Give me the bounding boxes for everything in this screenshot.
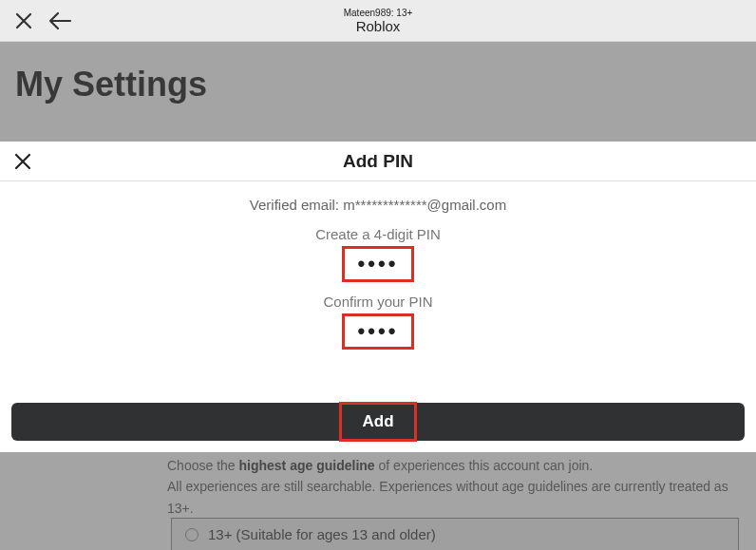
add-button[interactable]: Add xyxy=(11,403,745,441)
app-name-label: Roblox xyxy=(344,18,413,34)
modal-header: Add PIN xyxy=(0,142,756,181)
modal-title: Add PIN xyxy=(0,151,756,172)
add-pin-modal: Add PIN Verified email: m*************@g… xyxy=(0,142,756,452)
create-pin-input[interactable]: •••• xyxy=(342,246,414,282)
create-pin-label: Create a 4-digit PIN xyxy=(0,226,756,242)
username-label: Mateen989: 13+ xyxy=(344,8,413,18)
modal-body: Verified email: m*************@gmail.com… xyxy=(0,181,756,350)
add-button-label: Add xyxy=(362,412,393,430)
modal-close-icon[interactable] xyxy=(13,152,32,171)
back-arrow-icon[interactable] xyxy=(47,9,72,33)
modal-backdrop-upper xyxy=(0,42,756,142)
confirm-pin-label: Confirm your PIN xyxy=(0,294,756,310)
top-bar-title: Mateen989: 13+ Roblox xyxy=(344,8,413,34)
top-bar: Mateen989: 13+ Roblox xyxy=(0,0,756,42)
modal-backdrop-lower xyxy=(0,452,756,550)
close-icon[interactable] xyxy=(11,9,36,33)
add-button-container: Add xyxy=(11,403,745,441)
confirm-pin-input[interactable]: •••• xyxy=(342,313,414,350)
verified-email-label: Verified email: m*************@gmail.com xyxy=(0,197,756,213)
top-bar-left-icons xyxy=(0,9,72,33)
